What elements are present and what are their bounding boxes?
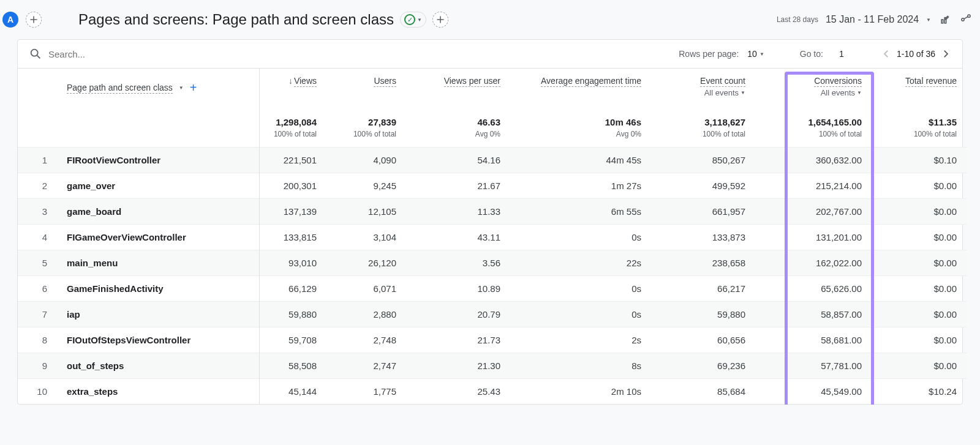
views-cell: 93,010 xyxy=(259,250,326,276)
ec-cell: 499,592 xyxy=(651,173,755,199)
table-row[interactable]: 1FIRootViewController221,5014,09054.1644… xyxy=(18,148,967,173)
views-cell: 133,815 xyxy=(259,225,326,250)
col-event-count[interactable]: Event countAll events▼ xyxy=(651,69,755,105)
users-cell: 2,748 xyxy=(326,327,406,353)
row-number: 7 xyxy=(18,302,57,327)
aet-cell: 1m 27s xyxy=(510,173,651,199)
conv-cell: 215,214.00 xyxy=(755,173,872,199)
aet-cell: 6m 55s xyxy=(510,199,651,225)
table-row[interactable]: 8FIOutOfStepsViewController59,7082,74821… xyxy=(18,327,967,353)
event-count-filter[interactable]: All events▼ xyxy=(704,88,745,97)
aet-cell: 0s xyxy=(510,302,651,327)
chevron-down-icon[interactable]: ▼ xyxy=(926,17,931,23)
users-cell: 3,104 xyxy=(326,225,406,250)
plus-icon xyxy=(30,16,37,23)
conv-cell: 202,767.00 xyxy=(755,199,872,225)
table-controls: Rows per page: 10 ▼ Go to: 1-10 of 36 xyxy=(18,40,962,69)
dimension-cell[interactable]: FIOutOfStepsViewController xyxy=(57,327,259,353)
views-cell: 58,508 xyxy=(259,353,326,379)
edit-chart-button[interactable] xyxy=(938,13,952,26)
table-row[interactable]: 6GameFinishedActivity66,1296,07110.890s6… xyxy=(18,276,967,302)
aet-cell: 2s xyxy=(510,327,651,353)
conv-cell: 162,022.00 xyxy=(755,250,872,276)
col-views-per-user[interactable]: Views per user xyxy=(406,69,510,105)
next-page-button[interactable] xyxy=(940,48,951,59)
dimension-cell[interactable]: main_menu xyxy=(57,250,259,276)
rev-cell: $0.00 xyxy=(872,225,967,250)
users-cell: 26,120 xyxy=(326,250,406,276)
share-button[interactable] xyxy=(959,13,973,26)
rev-cell: $0.00 xyxy=(872,302,967,327)
ec-cell: 661,957 xyxy=(651,199,755,225)
table-row[interactable]: 7iap59,8802,88020.790s59,88058,857.00$0.… xyxy=(18,302,967,327)
dimension-cell[interactable]: GameFinishedActivity xyxy=(57,276,259,302)
dimension-cell[interactable]: out_of_steps xyxy=(57,353,259,379)
views-cell: 66,129 xyxy=(259,276,326,302)
dimension-cell[interactable]: game_board xyxy=(57,199,259,225)
table-row[interactable]: 10extra_steps45,1441,77525.432m 10s85,68… xyxy=(18,379,967,405)
vpu-cell: 54.16 xyxy=(406,148,510,173)
prev-page-button[interactable] xyxy=(881,48,892,59)
conversions-filter[interactable]: All events▼ xyxy=(821,88,862,97)
col-conversions[interactable]: ConversionsAll events▼ xyxy=(755,69,872,105)
views-cell: 45,144 xyxy=(259,379,326,405)
row-number: 4 xyxy=(18,225,57,250)
search-input[interactable] xyxy=(48,49,208,59)
vpu-cell: 11.33 xyxy=(406,199,510,225)
aet-cell: 0s xyxy=(510,225,651,250)
vpu-cell: 43.11 xyxy=(406,225,510,250)
rev-cell: $0.00 xyxy=(872,250,967,276)
table-row[interactable]: 9out_of_steps58,5082,74721.308s69,23657,… xyxy=(18,353,967,379)
users-cell: 4,090 xyxy=(326,148,406,173)
table-row[interactable]: 4FIGameOverViewController133,8153,10443.… xyxy=(18,225,967,250)
col-users[interactable]: Users xyxy=(326,69,406,105)
date-range[interactable]: 15 Jan - 11 Feb 2024 xyxy=(826,14,919,25)
rows-per-page-select[interactable]: 10 ▼ xyxy=(747,49,764,59)
dimension-header[interactable]: Page path and screen class xyxy=(67,83,173,94)
avatar[interactable]: A xyxy=(2,12,18,28)
ec-cell: 238,658 xyxy=(651,250,755,276)
add-button[interactable] xyxy=(26,12,42,28)
chevron-down-icon[interactable]: ▼ xyxy=(179,85,184,91)
col-total-revenue[interactable]: Total revenue xyxy=(872,69,967,105)
pagination-text: 1-10 of 36 xyxy=(897,49,935,59)
views-cell: 59,880 xyxy=(259,302,326,327)
aet-cell: 0s xyxy=(510,276,651,302)
aet-cell: 8s xyxy=(510,353,651,379)
rev-cell: $0.00 xyxy=(872,327,967,353)
views-cell: 221,501 xyxy=(259,148,326,173)
aet-cell: 44m 45s xyxy=(510,148,651,173)
check-circle-icon: ✓ xyxy=(404,14,415,25)
vpu-cell: 3.56 xyxy=(406,250,510,276)
conv-cell: 58,857.00 xyxy=(755,302,872,327)
col-avg-engagement[interactable]: Average engagement time xyxy=(510,69,651,105)
vpu-cell: 21.67 xyxy=(406,173,510,199)
table-row[interactable]: 2game_over200,3019,24521.671m 27s499,592… xyxy=(18,173,967,199)
col-views[interactable]: ↓Views xyxy=(259,69,326,105)
totals-sub-row: 100% of total 100% of total Avg 0% Avg 0… xyxy=(18,130,967,148)
dimension-cell[interactable]: extra_steps xyxy=(57,379,259,405)
vpu-cell: 10.89 xyxy=(406,276,510,302)
dimension-cell[interactable]: iap xyxy=(57,302,259,327)
conv-cell: 131,201.00 xyxy=(755,225,872,250)
conv-cell: 58,681.00 xyxy=(755,327,872,353)
share-icon xyxy=(960,13,972,26)
table-row[interactable]: 3game_board137,13912,10511.336m 55s661,9… xyxy=(18,199,967,225)
conv-cell: 65,626.00 xyxy=(755,276,872,302)
add-dimension-button[interactable]: + xyxy=(190,81,197,95)
users-cell: 2,747 xyxy=(326,353,406,379)
dimension-cell[interactable]: FIRootViewController xyxy=(57,148,259,173)
table-row[interactable]: 5main_menu93,01026,1203.5622s238,658162,… xyxy=(18,250,967,276)
sort-desc-icon: ↓ xyxy=(288,76,293,86)
chevron-down-icon: ▼ xyxy=(760,51,764,57)
dimension-cell[interactable]: game_over xyxy=(57,173,259,199)
dimension-cell[interactable]: FIGameOverViewController xyxy=(57,225,259,250)
verified-pill[interactable]: ✓ ▼ xyxy=(400,12,426,28)
row-number: 6 xyxy=(18,276,57,302)
svg-rect-0 xyxy=(941,20,943,23)
rev-cell: $0.00 xyxy=(872,276,967,302)
goto-input[interactable] xyxy=(832,49,851,59)
rev-cell: $0.00 xyxy=(872,353,967,379)
add-secondary-button[interactable] xyxy=(432,12,448,28)
ec-cell: 69,236 xyxy=(651,353,755,379)
